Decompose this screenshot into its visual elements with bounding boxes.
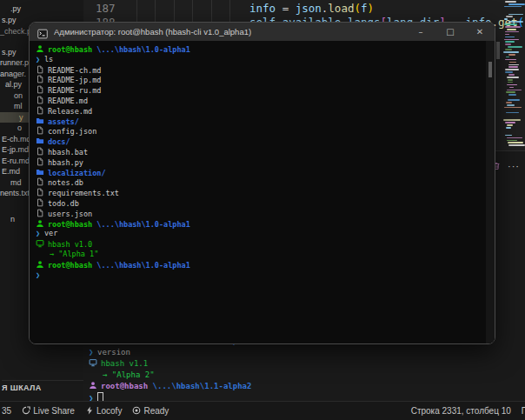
code-token: )	[368, 2, 375, 15]
terminal-text: \...\hbash\1.0-alpha1	[92, 45, 190, 54]
terminal-line: notes.db	[36, 177, 495, 188]
file-icon	[36, 65, 44, 74]
terminal-text: root@hbash	[101, 382, 148, 390]
timeline-section-header[interactable]: Я ШКАЛА	[2, 380, 83, 392]
console-title-bar[interactable]: Администратор: root@hbash (hbash-cli v1.…	[30, 23, 495, 41]
terminal-text: assets/	[48, 117, 79, 126]
terminal-line: hbash v1.1	[89, 358, 251, 370]
vscode-screen: .pys.py_check.ps.pyrunner.panager.al.pyo…	[0, 0, 525, 420]
prompt-char: ❯	[36, 55, 44, 65]
file-icon	[36, 75, 44, 83]
lightning-icon	[85, 406, 94, 417]
terminal-line: ❯ver	[36, 229, 495, 239]
code-token: info	[249, 2, 276, 15]
prompt-char: ❯	[36, 270, 44, 281]
terminal-text: hbash.py	[48, 158, 83, 167]
minimize-button[interactable]: –	[406, 23, 435, 41]
file-icon	[36, 96, 44, 104]
console-window-title: Администратор: root@hbash (hbash-cli v1.…	[54, 27, 251, 37]
terminal-text: notes.db	[48, 178, 83, 187]
status-item-label: Live Share	[33, 406, 75, 416]
terminal-line: → "Alpha 1"	[36, 250, 495, 260]
more-actions-icon[interactable]: ···	[508, 162, 520, 170]
user-icon	[36, 260, 44, 269]
explorer-item-label: .py	[10, 4, 21, 13]
terminal-line: README.md	[36, 96, 495, 106]
minimap[interactable]	[502, 0, 525, 150]
terminal-line: ❯	[36, 270, 495, 281]
terminal-text: hbash v1.0	[48, 240, 92, 249]
close-button[interactable]: ✕	[465, 23, 495, 41]
integrated-terminal-output[interactable]: root@hbash \...\hbash\1.1-alpha2❯version…	[89, 336, 251, 403]
terminal-line: README-ru.md	[36, 85, 495, 96]
terminal-line: root@hbash \...\hbash\1.1-alpha2	[89, 381, 251, 392]
computer-icon	[36, 239, 44, 248]
editor-scrollbar[interactable]	[496, 42, 500, 59]
terminal-text: root@hbash	[48, 261, 92, 270]
status-item-live-share[interactable]: Live Share	[22, 406, 75, 417]
terminal-line: README-ch.md	[36, 65, 495, 76]
terminal-text: hbash v1.1	[101, 359, 148, 368]
terminal-text: README.md	[48, 97, 88, 105]
console-scrollbar[interactable]	[486, 41, 495, 343]
terminal-line: config.json	[36, 126, 495, 137]
terminal-text: config.json	[48, 127, 96, 136]
terminal-text: todo.db	[48, 199, 79, 208]
terminal-text: ls	[44, 55, 53, 63]
status-bar: 35Live ShareLocofyReady Строка 2331, сто…	[0, 401, 525, 420]
file-icon	[36, 198, 44, 207]
code-token: =	[276, 2, 296, 15]
explorer-item-label: E.md	[2, 167, 20, 176]
terminal-text: \...\hbash\1.0-alpha1	[92, 220, 190, 229]
status-item-ready[interactable]: Ready	[132, 406, 169, 417]
file-icon	[36, 177, 44, 186]
explorer-item-label: E-ru.md	[2, 157, 30, 165]
liveshare-icon	[22, 406, 30, 417]
explorer-item-label: on	[14, 91, 23, 100]
terminal-text: users.json	[48, 210, 92, 218]
status-item-label: Ready	[143, 406, 169, 416]
explorer-item-label: y	[19, 113, 23, 122]
explorer-item-label: n	[10, 215, 15, 223]
status-item-п[interactable]: П	[522, 406, 525, 416]
terminal-line: requirements.txt	[36, 188, 495, 198]
terminal-text: root@hbash	[48, 45, 92, 54]
console-output[interactable]: root@hbash \...\hbash\1.0-alpha1❯lsREADM…	[30, 41, 495, 343]
terminal-text: README-ch.md	[48, 66, 101, 75]
terminal-line: users.json	[36, 209, 495, 219]
terminal-text: README-jp.md	[48, 76, 101, 84]
terminal-text: \...\hbash\1.1-alpha2	[148, 382, 251, 390]
terminal-line: todo.db	[36, 198, 495, 209]
terminal-text: \...\hbash\1.0-alpha1	[92, 261, 190, 270]
terminal-line: hbash.py	[36, 157, 495, 168]
status-item-label: Locofy	[96, 406, 122, 416]
terminal-line: ❯version	[89, 347, 251, 358]
terminal-line: → "Alpha 2"	[89, 370, 251, 381]
maximize-button[interactable]: □	[435, 23, 465, 41]
explorer-item[interactable]: .py	[0, 3, 83, 14]
terminal-text: root@hbash	[48, 220, 92, 229]
cmd-icon	[37, 27, 48, 37]
terminal-text: localization/	[48, 169, 106, 177]
terminal-line: assets/	[36, 117, 495, 127]
folder-icon	[36, 117, 44, 125]
explorer-item-label: s.py	[2, 16, 17, 24]
file-icon	[36, 188, 44, 197]
file-icon	[36, 157, 44, 166]
user-icon	[36, 44, 44, 53]
terminal-line: docs/	[36, 137, 495, 147]
status-item-locofy[interactable]: Locofy	[85, 406, 122, 417]
terminal-text: requirements.txt	[48, 189, 119, 197]
status-item-35[interactable]: 35	[2, 406, 11, 416]
file-icon	[36, 106, 44, 115]
status-item-label: Строка 2331, столбец 10	[411, 406, 511, 416]
terminal-line: ❯ls	[36, 55, 495, 65]
terminal-text: Release.md	[48, 107, 92, 116]
explorer-item-label: md	[10, 178, 22, 187]
status-item-label: 35	[2, 406, 11, 416]
explorer-item-label: runner.p	[0, 58, 29, 67]
explorer-item-label: s.py	[2, 48, 17, 57]
status-item-строка-2331-столбец-10[interactable]: Строка 2331, столбец 10	[411, 406, 511, 416]
terminal-line: Release.md	[36, 106, 495, 117]
console-scrollbar-thumb[interactable]	[488, 62, 492, 77]
